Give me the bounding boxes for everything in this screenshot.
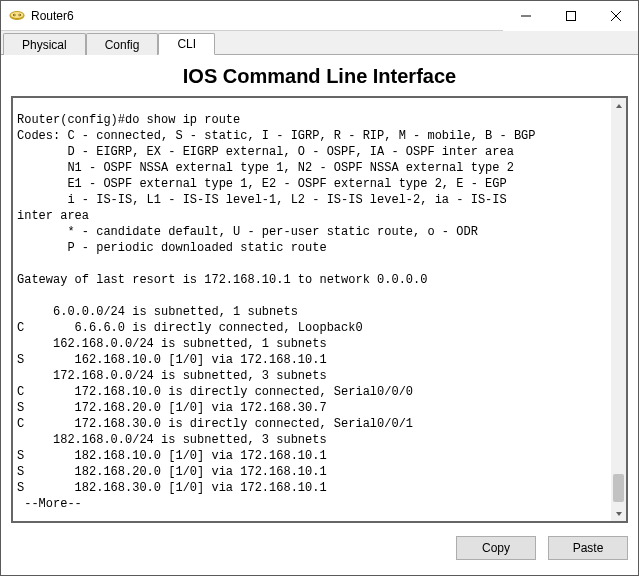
tab-content: IOS Command Line Interface Router(config… — [1, 55, 638, 575]
button-label: Copy — [482, 541, 510, 555]
svg-point-1 — [10, 11, 24, 18]
svg-marker-6 — [616, 104, 622, 108]
svg-marker-7 — [616, 512, 622, 516]
tab-config[interactable]: Config — [86, 33, 159, 55]
maximize-button[interactable] — [548, 1, 593, 31]
router-icon — [9, 8, 25, 24]
tab-physical[interactable]: Physical — [3, 33, 86, 55]
tab-label: CLI — [177, 37, 196, 51]
cli-heading: IOS Command Line Interface — [11, 65, 628, 88]
button-label: Paste — [573, 541, 604, 555]
scroll-down-button[interactable] — [611, 506, 626, 521]
copy-button[interactable]: Copy — [456, 536, 536, 560]
scroll-up-button[interactable] — [611, 98, 626, 113]
scrollbar[interactable] — [611, 98, 626, 521]
scroll-thumb[interactable] — [613, 474, 624, 502]
svg-rect-3 — [566, 11, 575, 20]
tab-label: Config — [105, 38, 140, 52]
app-window: Router6 Physical Config CLI IOS Command … — [0, 0, 639, 576]
tab-cli[interactable]: CLI — [158, 33, 215, 55]
close-button[interactable] — [593, 1, 638, 31]
paste-button[interactable]: Paste — [548, 536, 628, 560]
titlebar: Router6 — [1, 1, 638, 31]
tab-bar: Physical Config CLI — [1, 31, 638, 55]
terminal-frame: Router(config)#do show ip route Codes: C… — [11, 96, 628, 523]
terminal-output[interactable]: Router(config)#do show ip route Codes: C… — [13, 110, 611, 509]
scroll-track[interactable] — [611, 113, 626, 506]
button-row: Copy Paste — [11, 523, 628, 565]
minimize-button[interactable] — [503, 1, 548, 31]
tab-label: Physical — [22, 38, 67, 52]
window-title: Router6 — [31, 9, 503, 23]
